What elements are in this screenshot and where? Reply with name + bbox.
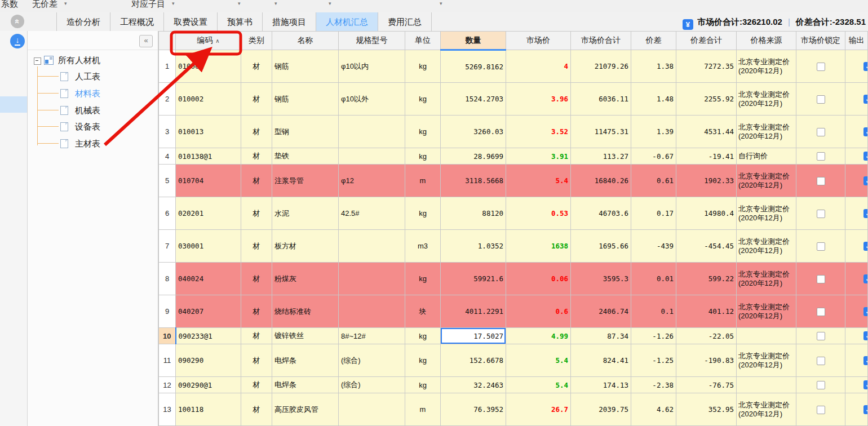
cell-code[interactable]: 090290@1 [176,377,241,393]
market-price-lock-checkbox[interactable] [817,177,825,185]
table-row[interactable]: 3010013材型钢kg3260.033.5211475.311.394531.… [159,116,868,148]
cell-num[interactable]: 13 [159,393,176,426]
table-row[interactable]: 4010138@1材垫铁kg28.96993.91113.27-0.67-19.… [159,148,868,165]
cell-qty[interactable]: 1.0352 [441,230,506,263]
cell-source[interactable]: 北京专业测定价(2020年12月) [737,83,796,116]
cell-qty[interactable]: 1524.2703 [441,83,506,116]
cell-source[interactable] [737,377,796,393]
table-row[interactable]: 10090233@1材镀锌铁丝8#~12#kg17.50274.9987.34-… [159,328,868,344]
cell-price_diff[interactable]: 0.1 [631,295,676,328]
market-price-lock-checkbox[interactable] [817,210,825,218]
cell-output[interactable]: ✓ [845,50,868,83]
cell-spec[interactable] [339,393,405,426]
cell-source[interactable]: 北京专业测定价(2020年12月) [737,197,796,230]
cell-name[interactable]: 电焊条 [272,344,339,377]
cell-category[interactable]: 材 [241,83,272,116]
cell-price_diff[interactable]: 1.39 [631,116,676,148]
cell-market_total[interactable]: 46703.6 [571,197,631,230]
cell-name[interactable]: 垫铁 [272,148,339,165]
load-prices-button[interactable]: ↓ [10,34,25,48]
cell-unit[interactable]: kg [405,328,441,344]
cell-spec[interactable]: (综合) [339,377,405,393]
cell-spec[interactable]: φ10以外 [339,83,405,116]
cell-lock[interactable] [796,328,845,344]
output-checkbox[interactable]: ✓ [863,356,868,365]
sidebar-item-机械表[interactable]: 机械表 [75,105,100,116]
cell-spec[interactable] [339,295,405,328]
cell-unit[interactable]: kg [405,83,441,116]
cell-code[interactable]: 010002 [176,83,241,116]
cell-num[interactable]: 4 [159,148,176,165]
cell-qty[interactable]: 152.6678 [441,344,506,377]
cell-price_diff_total[interactable]: -19.41 [676,148,737,165]
cell-output[interactable]: ✓ [845,393,868,426]
cell-market_price[interactable]: 5.4 [506,377,571,393]
cell-market_price[interactable]: 26.7 [506,393,571,426]
cell-price_diff[interactable]: 4.62 [631,393,676,426]
cell-source[interactable]: 自行询价 [737,148,796,165]
col-header-category[interactable]: 类别 [241,32,272,50]
sidebar-item-主材表[interactable]: 主材表 [75,138,100,149]
cell-code[interactable]: 010704 [176,165,241,197]
cell-num[interactable]: 7 [159,230,176,263]
toolbar-item[interactable]: 系数 [1,0,18,10]
cell-category[interactable]: 材 [241,393,272,426]
cell-price_diff[interactable]: -0.67 [631,148,676,165]
col-header-price_diff_total[interactable]: 价差合计 [676,32,737,50]
tree-root-all-resources[interactable]: 所有人材机 [58,55,100,66]
cell-output[interactable]: ✓ [845,344,868,377]
chevron-down-icon[interactable]: ▾ [329,1,331,6]
col-header-source[interactable]: 价格来源 [737,32,796,50]
cell-price_diff_total[interactable]: -22.05 [676,328,737,344]
output-checkbox[interactable]: ✓ [863,307,868,316]
cell-source[interactable] [737,328,796,344]
col-header-spec[interactable]: 规格型号 [339,32,405,50]
cell-spec[interactable] [339,230,405,263]
rail-highlight[interactable] [0,96,27,113]
cell-name[interactable]: 钢筋 [272,50,339,83]
cell-code[interactable]: 040207 [176,295,241,328]
cell-unit[interactable]: kg [405,377,441,393]
cell-name[interactable]: 电焊条 [272,377,339,393]
cell-category[interactable]: 材 [241,263,272,295]
cell-num[interactable]: 2 [159,83,176,116]
table-row[interactable]: 11090290材电焊条(综合)kg152.66785.4824.41-1.25… [159,344,868,377]
col-header-qty[interactable]: 数量 [441,32,506,50]
table-row[interactable]: 8040024材粉煤灰kg59921.60.063595.30.01599.22… [159,263,868,295]
cell-market_total[interactable]: 174.13 [571,377,631,393]
cell-source[interactable]: 北京专业测定价(2020年12月) [737,165,796,197]
market-price-lock-checkbox[interactable] [817,406,825,414]
market-price-lock-checkbox[interactable] [817,275,825,283]
output-checkbox[interactable]: ✓ [863,380,868,389]
cell-category[interactable]: 材 [241,148,272,165]
col-header-output[interactable]: 输出 [845,32,868,50]
market-price-lock-checkbox[interactable] [817,357,825,365]
cell-market_price[interactable]: 3.96 [506,83,571,116]
cell-category[interactable]: 材 [241,50,272,83]
sidebar-collapse-button[interactable]: « [139,35,153,47]
cell-price_diff[interactable]: 1.38 [631,50,676,83]
cell-qty[interactable]: 28.9699 [441,148,506,165]
cell-output[interactable]: ✓ [845,377,868,393]
cell-qty[interactable]: 88120 [441,197,506,230]
cell-name[interactable]: 注浆导管 [272,165,339,197]
cell-spec[interactable]: φ12 [339,165,405,197]
chevron-down-icon[interactable]: ▾ [64,1,67,6]
cell-num[interactable]: 8 [159,263,176,295]
cell-qty[interactable]: 5269.8162 [441,50,506,83]
tab-预算书[interactable]: 预算书 [218,12,263,31]
cell-lock[interactable] [796,295,845,328]
market-price-lock-checkbox[interactable] [817,332,825,340]
cell-source[interactable]: 北京专业测定价(2020年12月) [737,230,796,263]
cell-qty[interactable]: 3260.03 [441,116,506,148]
cell-lock[interactable] [796,83,845,116]
cell-unit[interactable]: kg [405,197,441,230]
cell-market_price[interactable]: 0.06 [506,263,571,295]
cell-code[interactable]: 090290 [176,344,241,377]
cell-code[interactable]: 010138@1 [176,148,241,165]
cell-num[interactable]: 11 [159,344,176,377]
col-header-num[interactable] [159,32,176,50]
cell-category[interactable]: 材 [241,328,272,344]
cell-source[interactable]: 北京专业测定价(2020年12月) [737,344,796,377]
cell-num[interactable]: 6 [159,197,176,230]
